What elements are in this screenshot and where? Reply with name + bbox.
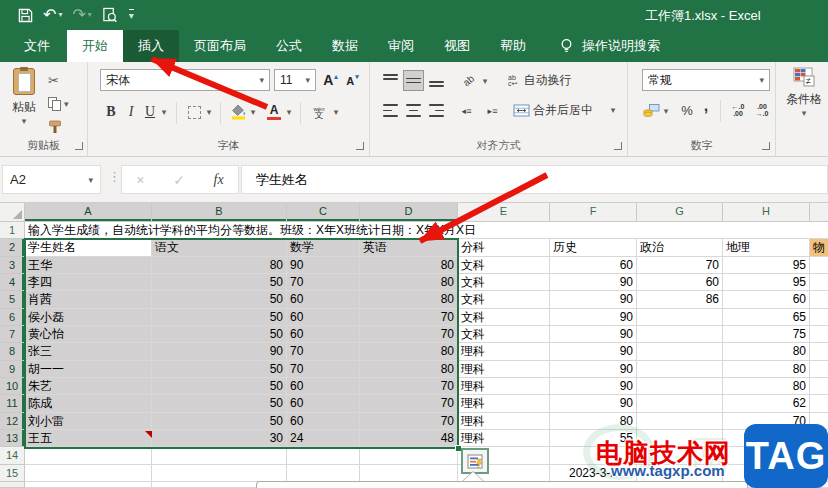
cell-B12[interactable]: 50 [152, 413, 287, 430]
row-header-14[interactable]: 14 [0, 447, 25, 464]
borders-dropdown[interactable]: ▾ [204, 105, 214, 119]
cell-E12[interactable]: 理科 [458, 413, 550, 430]
cell-H2[interactable]: 地理 [723, 239, 810, 256]
column-header-B[interactable]: B [152, 203, 287, 222]
row-header-7[interactable]: 7 [0, 326, 25, 343]
name-box[interactable]: A2▾ [2, 165, 101, 194]
cell-B4[interactable]: 50 [152, 274, 287, 291]
cell-F12[interactable]: 80 [550, 413, 637, 430]
tab-insert[interactable]: 插入 [123, 30, 179, 62]
cell-B11[interactable]: 50 [152, 395, 287, 412]
tab-page-layout[interactable]: 页面布局 [179, 30, 261, 62]
italic-button[interactable]: I [124, 101, 138, 123]
cell-D15[interactable] [360, 465, 458, 482]
cell-A11[interactable]: 陈成 [25, 395, 152, 412]
cell-D2[interactable]: 英语 [360, 239, 458, 256]
row-header-4[interactable]: 4 [0, 274, 25, 291]
cell-C15[interactable] [287, 465, 360, 482]
select-all-corner[interactable] [0, 203, 25, 222]
cell-B14[interactable] [152, 447, 287, 464]
orientation-button[interactable]: ab [458, 70, 480, 91]
cell-A5[interactable]: 肖茜 [25, 291, 152, 308]
cell-E8[interactable]: 理科 [458, 343, 550, 360]
cell-A0[interactable] [25, 482, 152, 488]
font-size-combo[interactable]: 11▾ [274, 69, 316, 91]
row-header-13[interactable]: 13 [0, 430, 25, 447]
row-header-10[interactable]: 10 [0, 378, 25, 395]
cell-E10[interactable]: 理科 [458, 378, 550, 395]
align-top-button[interactable] [380, 70, 401, 91]
column-header-C[interactable]: C [287, 203, 360, 222]
cell-G3[interactable]: 70 [637, 257, 723, 274]
cell-F10[interactable]: 90 [550, 378, 637, 395]
cell-A3[interactable]: 王华 [25, 257, 152, 274]
align-center-button[interactable] [403, 100, 424, 121]
cell-partial-9[interactable] [810, 361, 828, 378]
cell-A15[interactable] [25, 465, 152, 482]
cell-D8[interactable]: 80 [360, 343, 458, 360]
increase-decimal-button[interactable]: ←.0.00 [728, 100, 748, 120]
decrease-indent-button[interactable]: ◂≡ [456, 100, 477, 121]
cell-H10[interactable]: 80 [723, 378, 810, 395]
cell-B10[interactable]: 50 [152, 378, 287, 395]
row-header-1[interactable]: 1 [0, 222, 25, 239]
cell-F9[interactable]: 90 [550, 361, 637, 378]
accounting-format-button[interactable] [641, 100, 661, 120]
cell-E3[interactable]: 文科 [458, 257, 550, 274]
cell-D13[interactable]: 48 [360, 430, 458, 447]
cell-B3[interactable]: 80 [152, 257, 287, 274]
cell-H3[interactable]: 95 [723, 257, 810, 274]
cell-E6[interactable]: 文科 [458, 309, 550, 326]
format-painter-button[interactable] [48, 117, 82, 136]
cell-C5[interactable]: 60 [287, 291, 360, 308]
cell-C12[interactable]: 60 [287, 413, 360, 430]
cell-partial-2[interactable]: 物 [810, 239, 828, 256]
cell-E13[interactable]: 理科 [458, 430, 550, 447]
column-header-partial[interactable] [810, 203, 828, 222]
print-preview-button[interactable] [100, 6, 119, 24]
number-format-combo[interactable]: 常规▾ [642, 69, 770, 91]
cell-G2[interactable]: 政治 [637, 239, 723, 256]
cell-D12[interactable]: 70 [360, 413, 458, 430]
column-header-G[interactable]: G [637, 203, 723, 222]
cell-A13[interactable]: 王五 [25, 430, 152, 447]
grow-font-button[interactable]: A▴ [320, 70, 340, 90]
cell-A10[interactable]: 朱艺 [25, 378, 152, 395]
cancel-button[interactable]: × [136, 172, 144, 188]
phonetic-button[interactable]: wén文 [308, 101, 330, 123]
cell-D14[interactable] [360, 447, 458, 464]
row-header-12[interactable]: 12 [0, 413, 25, 430]
cell-E2[interactable]: 分科 [458, 239, 550, 256]
alignment-dialog-launcher[interactable] [614, 142, 622, 150]
cell-G5[interactable]: 86 [637, 291, 723, 308]
cell-B8[interactable]: 90 [152, 343, 287, 360]
undo-button[interactable]: ↶▾ [41, 6, 64, 24]
align-left-button[interactable] [380, 100, 401, 121]
save-button[interactable] [16, 7, 35, 24]
redo-button[interactable]: ↷▾ [70, 6, 93, 24]
row-header-15[interactable]: 15 [0, 465, 25, 482]
tab-help[interactable]: 帮助 [485, 30, 541, 62]
cell-B6[interactable]: 50 [152, 309, 287, 326]
cell-H5[interactable]: 60 [723, 291, 810, 308]
tab-view[interactable]: 视图 [429, 30, 485, 62]
cell-A14[interactable] [25, 447, 152, 464]
column-header-E[interactable]: E [458, 203, 550, 222]
insert-function-button[interactable]: fx [214, 172, 224, 188]
cell-G9[interactable] [637, 361, 723, 378]
cell-partial-6[interactable] [810, 309, 828, 326]
wrap-text-button[interactable]: ab c↩ 自动换行 [508, 70, 618, 91]
cell-H9[interactable]: 80 [723, 361, 810, 378]
cell-G11[interactable] [637, 395, 723, 412]
customize-qat-button[interactable]: ▾ [125, 8, 136, 22]
row-header-3[interactable]: 3 [0, 257, 25, 274]
merge-center-dropdown[interactable]: ▾ [608, 103, 618, 117]
cell-A1[interactable]: 输入学生成绩，自动统计学科的平均分等数据。班级：X年X班统计日期：X年X月X日 [25, 222, 828, 239]
copy-button[interactable]: ▾ [48, 94, 82, 113]
cell-B15[interactable] [152, 465, 287, 482]
column-header-A[interactable]: A [25, 203, 152, 222]
percent-style-button[interactable]: % [678, 100, 696, 120]
font-dialog-launcher[interactable] [356, 142, 364, 150]
comma-style-button[interactable]: , [700, 96, 712, 116]
quick-analysis-button[interactable] [461, 448, 489, 474]
